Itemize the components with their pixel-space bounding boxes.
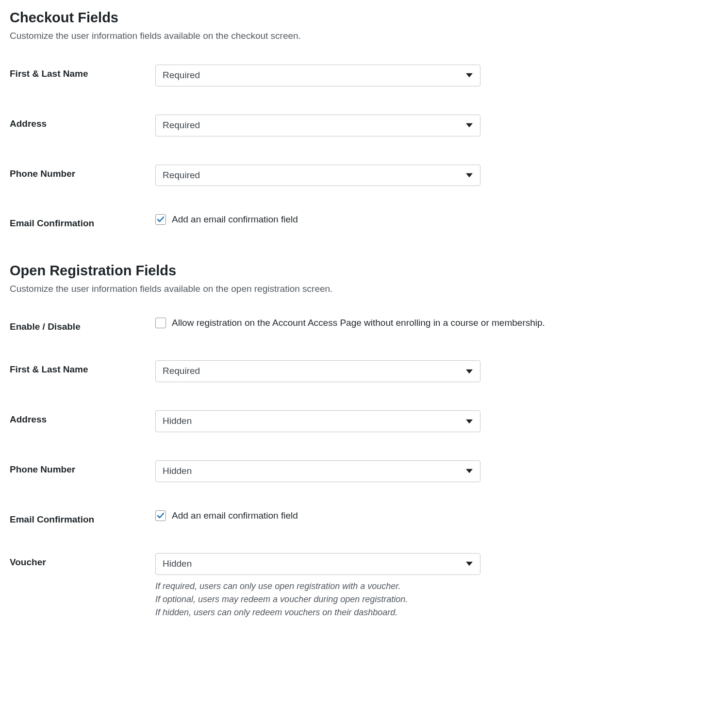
address-select[interactable]: Required bbox=[155, 115, 480, 136]
open-registration-description: Customize the user information fields av… bbox=[10, 284, 718, 294]
voucher-help-line: If required, users can only use open reg… bbox=[155, 580, 480, 593]
first-last-name-select[interactable]: Required bbox=[155, 65, 480, 86]
enable-disable-label: Enable / Disable bbox=[10, 318, 155, 332]
voucher-row: Voucher Hidden If required, users can on… bbox=[10, 553, 718, 619]
reg-email-confirmation-checkbox[interactable] bbox=[155, 510, 166, 521]
enable-disable-checkbox[interactable] bbox=[155, 318, 166, 328]
checkout-fields-section: Checkout Fields Customize the user infor… bbox=[10, 10, 718, 229]
voucher-label: Voucher bbox=[10, 553, 155, 568]
reg-first-last-name-label: First & Last Name bbox=[10, 360, 155, 375]
reg-address-row: Address Hidden bbox=[10, 410, 718, 432]
phone-select[interactable]: Required bbox=[155, 165, 480, 186]
reg-email-confirmation-label: Email Confirmation bbox=[10, 510, 155, 525]
checkout-title: Checkout Fields bbox=[10, 10, 718, 26]
reg-email-confirmation-row: Email Confirmation Add an email confirma… bbox=[10, 510, 718, 525]
checkout-first-last-name-row: First & Last Name Required bbox=[10, 65, 718, 86]
email-confirmation-checkbox-label: Add an email confirmation field bbox=[172, 214, 298, 225]
reg-address-select[interactable]: Hidden bbox=[155, 410, 480, 432]
checkout-email-confirmation-row: Email Confirmation Add an email confirma… bbox=[10, 214, 718, 229]
reg-address-label: Address bbox=[10, 410, 155, 425]
email-confirmation-label: Email Confirmation bbox=[10, 214, 155, 229]
checkout-address-row: Address Required bbox=[10, 115, 718, 136]
checkout-description: Customize the user information fields av… bbox=[10, 31, 718, 41]
reg-phone-label: Phone Number bbox=[10, 460, 155, 475]
reg-phone-row: Phone Number Hidden bbox=[10, 460, 718, 482]
open-registration-title: Open Registration Fields bbox=[10, 263, 718, 279]
open-registration-section: Open Registration Fields Customize the u… bbox=[10, 263, 718, 619]
reg-first-last-name-row: First & Last Name Required bbox=[10, 360, 718, 382]
voucher-help-text: If required, users can only use open reg… bbox=[155, 580, 480, 619]
enable-disable-row: Enable / Disable Allow registration on t… bbox=[10, 318, 718, 332]
enable-disable-checkbox-label: Allow registration on the Account Access… bbox=[172, 318, 545, 328]
checkout-phone-row: Phone Number Required bbox=[10, 165, 718, 186]
reg-email-confirmation-checkbox-label: Add an email confirmation field bbox=[172, 510, 298, 521]
phone-label: Phone Number bbox=[10, 165, 155, 179]
voucher-select[interactable]: Hidden bbox=[155, 553, 480, 575]
voucher-help-line: If optional, users may redeem a voucher … bbox=[155, 593, 480, 606]
email-confirmation-checkbox[interactable] bbox=[155, 214, 166, 225]
reg-first-last-name-select[interactable]: Required bbox=[155, 360, 480, 382]
reg-phone-select[interactable]: Hidden bbox=[155, 460, 480, 482]
first-last-name-label: First & Last Name bbox=[10, 65, 155, 79]
voucher-help-line: If hidden, users can only redeem voucher… bbox=[155, 606, 480, 619]
address-label: Address bbox=[10, 115, 155, 129]
